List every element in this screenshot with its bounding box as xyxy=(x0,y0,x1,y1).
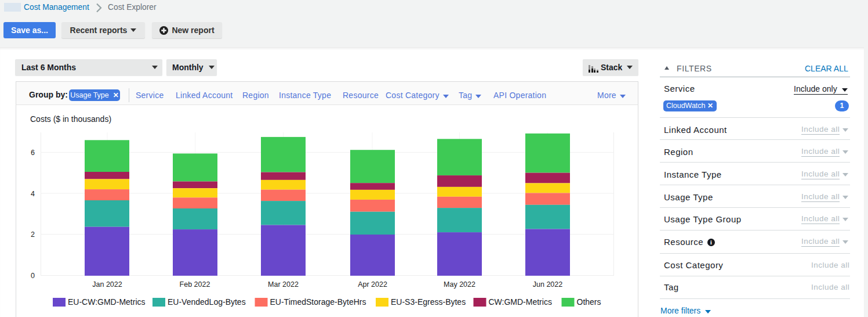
svg-text:4: 4 xyxy=(31,190,35,198)
svg-text:EU-TimedStorage-ByteHrs: EU-TimedStorage-ByteHrs xyxy=(270,297,366,307)
svg-text:Apr 2022: Apr 2022 xyxy=(358,280,387,289)
svg-text:Others: Others xyxy=(577,297,601,307)
svg-text:CW:GMD-Metrics: CW:GMD-Metrics xyxy=(489,297,552,307)
svg-text:EU-S3-Egress-Bytes: EU-S3-Egress-Bytes xyxy=(391,297,466,307)
svg-text:May 2022: May 2022 xyxy=(444,280,475,289)
svg-text:Jun 2022: Jun 2022 xyxy=(533,280,562,289)
svg-text:EU-CW:GMD-Metrics: EU-CW:GMD-Metrics xyxy=(68,297,146,307)
svg-text:2: 2 xyxy=(31,230,35,239)
svg-text:EU-VendedLog-Bytes: EU-VendedLog-Bytes xyxy=(168,297,246,307)
svg-text:Mar 2022: Mar 2022 xyxy=(268,280,299,289)
svg-text:Jan 2022: Jan 2022 xyxy=(92,280,122,289)
svg-text:Feb 2022: Feb 2022 xyxy=(180,280,210,289)
svg-text:6: 6 xyxy=(31,149,35,157)
svg-text:Costs ($ in thousands): Costs ($ in thousands) xyxy=(30,114,111,124)
svg-text:0: 0 xyxy=(31,272,35,280)
